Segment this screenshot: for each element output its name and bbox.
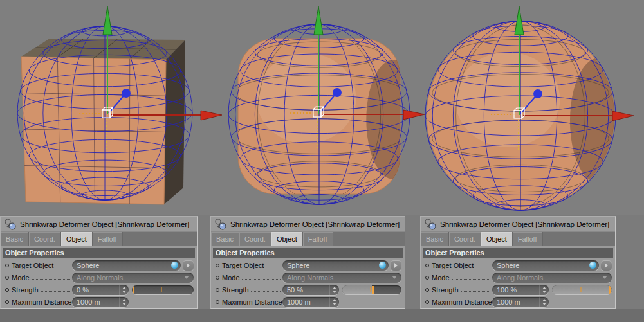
tab-object[interactable]: Object <box>61 232 93 246</box>
mode-label: Mode <box>222 274 240 282</box>
slider-cursor[interactable] <box>609 286 611 294</box>
strength-label: Strength <box>432 286 459 294</box>
maximum-distance-label: Maximum Distance <box>12 298 72 306</box>
row-maximum-distance: Maximum Distance 1000 m <box>1 296 197 308</box>
mode-dropdown[interactable]: Along Normals <box>282 273 401 283</box>
spin-down-icon <box>542 303 546 305</box>
spin-down-icon <box>122 303 126 305</box>
spin-up-icon <box>333 287 336 289</box>
param-bullet <box>425 264 429 267</box>
section-header[interactable]: Object Properties <box>213 248 403 258</box>
mode-label: Mode <box>432 274 450 282</box>
row-target-object: Target Object Sphere <box>1 259 197 271</box>
dotted-leader <box>251 291 281 292</box>
tab-falloff[interactable]: Falloff <box>93 232 123 246</box>
mode-label: Mode <box>12 274 30 282</box>
tab-object[interactable]: Object <box>271 232 303 246</box>
param-bullet <box>425 276 429 280</box>
tab-basic[interactable]: Basic <box>421 232 449 246</box>
strength-stepper[interactable] <box>539 285 546 295</box>
strength-label: Strength <box>222 286 249 294</box>
param-bullet <box>425 288 429 292</box>
maximum-distance-stepper[interactable] <box>539 297 546 307</box>
section-header[interactable]: Object Properties <box>3 248 195 258</box>
target-object-field[interactable]: Sphere <box>72 260 181 271</box>
target-object-picker-button[interactable] <box>183 260 194 271</box>
row-mode: Mode Along Normals <box>421 271 615 283</box>
tab-bar: Basic Coord. Object Falloff <box>421 231 615 246</box>
row-maximum-distance: Maximum Distance 1000 m <box>421 296 615 308</box>
maximum-distance-stepper[interactable] <box>119 297 126 307</box>
dotted-leader <box>32 278 70 280</box>
strength-input[interactable]: 100 % <box>492 285 549 295</box>
target-object-field[interactable]: Sphere <box>492 260 599 271</box>
tab-falloff[interactable]: Falloff <box>513 232 543 246</box>
mode-dropdown[interactable]: Along Normals <box>72 273 194 283</box>
target-object-label: Target Object <box>12 262 53 269</box>
shrinkwrap-deformer-icon <box>214 219 227 230</box>
strength-input[interactable]: 0 % <box>72 285 129 295</box>
right-arrow-icon <box>394 263 398 268</box>
tab-basic[interactable]: Basic <box>1 232 29 246</box>
attribute-manager-area: Shrinkwrap Deformer Object [Shrinkwrap D… <box>0 215 644 322</box>
param-bullet <box>216 264 219 267</box>
target-object-field[interactable]: Sphere <box>282 260 389 271</box>
tab-coord[interactable]: Coord. <box>449 232 481 246</box>
strength-slider[interactable] <box>342 285 401 294</box>
sphere-object-icon <box>171 262 178 269</box>
target-object-label: Target Object <box>222 262 264 269</box>
spin-up-icon <box>542 299 546 301</box>
slider-cursor[interactable] <box>133 286 134 294</box>
param-bullet <box>5 264 9 267</box>
panel-titlebar: Shrinkwrap Deformer Object [Shrinkwrap D… <box>1 217 197 231</box>
attribute-panel-strength-50: Shrinkwrap Deformer Object [Shrinkwrap D… <box>210 216 405 309</box>
dotted-leader <box>475 266 490 267</box>
tab-basic[interactable]: Basic <box>211 232 239 246</box>
row-strength: Strength 50 % <box>211 283 405 296</box>
param-bullet <box>5 300 9 304</box>
strength-slider[interactable] <box>132 285 194 294</box>
slider-cursor[interactable] <box>372 286 374 294</box>
param-bullet <box>216 288 219 292</box>
slider-fill <box>342 285 372 294</box>
spin-down-icon <box>333 303 336 305</box>
strength-stepper[interactable] <box>329 285 336 295</box>
dotted-leader <box>452 278 490 280</box>
strength-stepper[interactable] <box>119 285 126 295</box>
panel-title: Shrinkwrap Deformer Object [Shrinkwrap D… <box>230 220 400 228</box>
row-mode: Mode Along Normals <box>1 271 197 283</box>
cinema4d-screen: Shrinkwrap Deformer Object [Shrinkwrap D… <box>0 0 644 322</box>
maximum-distance-stepper[interactable] <box>329 297 336 307</box>
tab-coord[interactable]: Coord. <box>29 232 61 246</box>
row-strength: Strength 100 % <box>421 283 615 296</box>
slider-default-tick <box>370 287 371 292</box>
tab-bar: Basic Coord. Object Falloff <box>1 231 197 246</box>
spin-up-icon <box>122 287 126 289</box>
tab-falloff[interactable]: Falloff <box>303 232 333 246</box>
right-arrow-icon <box>187 263 190 268</box>
target-object-picker-button[interactable] <box>391 260 401 271</box>
maximum-distance-input[interactable]: 1000 m <box>492 297 549 307</box>
target-object-picker-button[interactable] <box>601 260 612 271</box>
chevron-down-icon <box>184 276 189 279</box>
strength-slider[interactable] <box>552 285 612 294</box>
tab-object[interactable]: Object <box>481 232 513 246</box>
row-maximum-distance: Maximum Distance 1000 m <box>211 296 405 308</box>
maximum-distance-input[interactable]: 1000 m <box>72 297 129 307</box>
maximum-distance-input[interactable]: 1000 m <box>282 297 339 307</box>
row-target-object: Target Object Sphere <box>421 259 615 271</box>
strength-input[interactable]: 50 % <box>282 285 339 295</box>
mode-dropdown[interactable]: Along Normals <box>492 273 612 283</box>
param-bullet <box>216 276 219 280</box>
section-header[interactable]: Object Properties <box>423 248 613 258</box>
sphere-object-icon <box>589 262 596 269</box>
spin-up-icon <box>333 299 336 301</box>
viewport-canvas[interactable] <box>0 0 644 215</box>
slider-default-tick <box>580 287 582 292</box>
maximum-distance-label: Maximum Distance <box>222 298 282 306</box>
dotted-leader <box>242 278 281 280</box>
panel-title: Shrinkwrap Deformer Object [Shrinkwrap D… <box>20 220 189 228</box>
tab-bar: Basic Coord. Object Falloff <box>211 231 405 246</box>
tab-coord[interactable]: Coord. <box>239 232 271 246</box>
chevron-down-icon <box>392 276 397 279</box>
